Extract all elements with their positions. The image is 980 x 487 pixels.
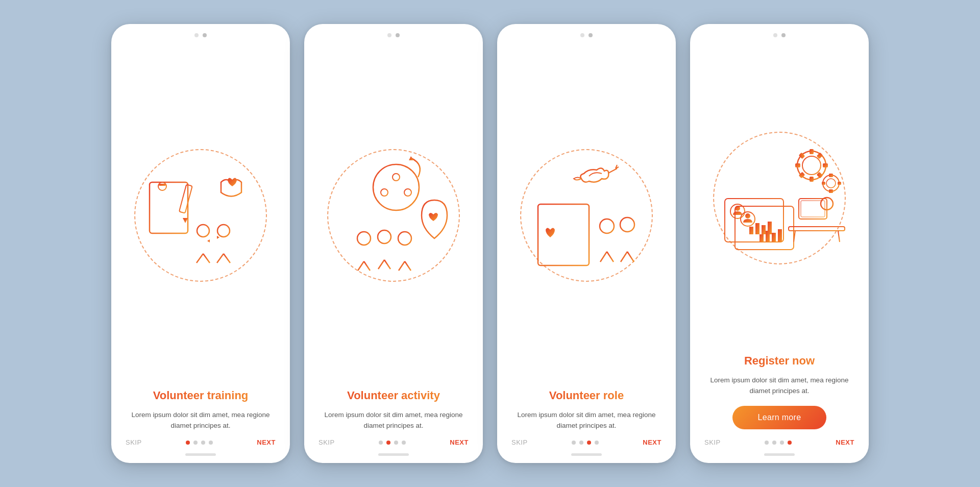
svg-rect-78	[838, 182, 841, 185]
learn-more-button[interactable]: Learn more	[732, 406, 827, 429]
illustration-area-2	[304, 42, 483, 389]
svg-line-105	[838, 231, 840, 242]
svg-point-9	[197, 225, 209, 237]
svg-line-38	[378, 260, 384, 269]
status-bar-3	[497, 24, 676, 37]
status-bar-2	[304, 24, 483, 37]
nav-dot-3-2[interactable]	[579, 441, 583, 445]
svg-line-18	[224, 254, 230, 263]
bottom-nav-4: SKIP NEXT	[690, 431, 869, 451]
svg-rect-93	[760, 234, 764, 242]
nav-dots-1	[186, 441, 213, 445]
nav-dots-4	[765, 441, 792, 445]
svg-line-17	[217, 254, 224, 263]
content-area-4: Register now Lorem ipsum dolor sit dim a…	[690, 354, 869, 431]
svg-rect-96	[778, 229, 782, 242]
nav-dots-2	[379, 441, 406, 445]
svg-line-33	[358, 261, 364, 271]
illus-activity	[317, 144, 470, 287]
nav-dot-4-3[interactable]	[780, 441, 784, 445]
content-area-2: Volunteer activity Lorem ipsum dolor sit…	[304, 389, 483, 431]
screen-desc-3: Lorem ipsum dolor sit dim amet, mea regi…	[512, 409, 660, 431]
role-svg	[518, 151, 655, 281]
nav-dot-1-1[interactable]	[186, 441, 190, 445]
status-dot	[773, 33, 777, 37]
content-area-1: Volunteer training Lorem ipsum dolor sit…	[111, 389, 290, 431]
nav-dot-2-2[interactable]	[386, 441, 390, 445]
svg-line-43	[399, 261, 405, 271]
scroll-indicator-2	[378, 453, 409, 456]
svg-point-58	[620, 217, 634, 232]
content-area-3: Volunteer role Lorem ipsum dolor sit dim…	[497, 389, 676, 431]
svg-rect-68	[823, 163, 828, 167]
nav-dots-3	[572, 441, 599, 445]
status-dot	[203, 33, 207, 37]
nav-dot-3-3[interactable]	[587, 441, 591, 445]
svg-point-53	[600, 219, 614, 233]
next-button-1[interactable]: NEXT	[257, 439, 276, 446]
svg-line-12	[197, 254, 203, 263]
svg-rect-103	[789, 227, 845, 231]
svg-rect-95	[772, 233, 776, 242]
skip-button-2[interactable]: SKIP	[318, 439, 335, 446]
screen-register-now: Register now Lorem ipsum dolor sit dim a…	[690, 24, 869, 463]
nav-dot-1-4[interactable]	[209, 441, 213, 445]
svg-line-61	[621, 252, 627, 262]
bottom-nav-1: SKIP NEXT	[111, 431, 290, 451]
screens-container: Volunteer training Lorem ipsum dolor sit…	[111, 24, 869, 463]
register-svg	[709, 132, 850, 264]
nav-dot-3-1[interactable]	[572, 441, 576, 445]
screen-desc-4: Lorem ipsum dolor sit dim amet, mea regi…	[705, 375, 853, 397]
nav-dot-4-4[interactable]	[788, 441, 792, 445]
svg-line-44	[405, 261, 411, 271]
next-button-4[interactable]: NEXT	[836, 439, 854, 446]
svg-rect-67	[795, 163, 800, 167]
bottom-nav-3: SKIP NEXT	[497, 431, 676, 451]
next-button-2[interactable]: NEXT	[450, 439, 469, 446]
next-button-3[interactable]: NEXT	[643, 439, 662, 446]
nav-dot-2-4[interactable]	[402, 441, 406, 445]
svg-line-39	[384, 260, 390, 269]
nav-dot-1-2[interactable]	[193, 441, 198, 445]
screen-desc-2: Lorem ipsum dolor sit dim amet, mea regi…	[320, 409, 468, 431]
illus-training	[124, 144, 277, 287]
svg-rect-77	[822, 182, 825, 185]
bottom-nav-2: SKIP NEXT	[304, 431, 483, 451]
scroll-indicator-4	[764, 453, 795, 456]
scroll-indicator-1	[185, 453, 216, 456]
screen-title-3: Volunteer role	[512, 389, 660, 402]
screen-volunteer-role: Volunteer role Lorem ipsum dolor sit dim…	[497, 24, 676, 463]
skip-button-4[interactable]: SKIP	[704, 439, 721, 446]
status-bar-4	[690, 24, 869, 37]
svg-line-13	[203, 254, 210, 263]
skip-button-3[interactable]: SKIP	[511, 439, 528, 446]
nav-dot-2-3[interactable]	[394, 441, 398, 445]
svg-marker-8	[183, 218, 188, 223]
illustration-area-1	[111, 42, 290, 389]
svg-rect-86	[762, 225, 766, 234]
screen-title-2: Volunteer activity	[320, 389, 468, 402]
svg-rect-66	[810, 177, 814, 182]
illustration-area-3	[497, 42, 676, 389]
nav-dot-4-1[interactable]	[765, 441, 769, 445]
screen-title-4: Register now	[705, 354, 853, 368]
svg-marker-22	[409, 156, 414, 160]
screen-desc-1: Lorem ipsum dolor sit dim amet, mea regi…	[127, 409, 275, 431]
svg-point-28	[404, 189, 411, 196]
svg-marker-20	[217, 236, 219, 239]
status-dot	[194, 33, 199, 37]
svg-rect-6	[159, 184, 166, 186]
svg-rect-65	[810, 149, 814, 154]
nav-dot-3-4[interactable]	[595, 441, 599, 445]
svg-line-62	[627, 252, 634, 262]
svg-point-90	[745, 213, 750, 218]
svg-point-74	[826, 179, 836, 188]
nav-dot-2-1[interactable]	[379, 441, 383, 445]
training-svg	[134, 152, 267, 279]
svg-rect-76	[829, 189, 833, 193]
illus-register	[703, 127, 856, 270]
status-dot	[589, 33, 593, 37]
nav-dot-1-3[interactable]	[201, 441, 205, 445]
nav-dot-4-2[interactable]	[772, 441, 776, 445]
skip-button-1[interactable]: SKIP	[126, 439, 142, 446]
